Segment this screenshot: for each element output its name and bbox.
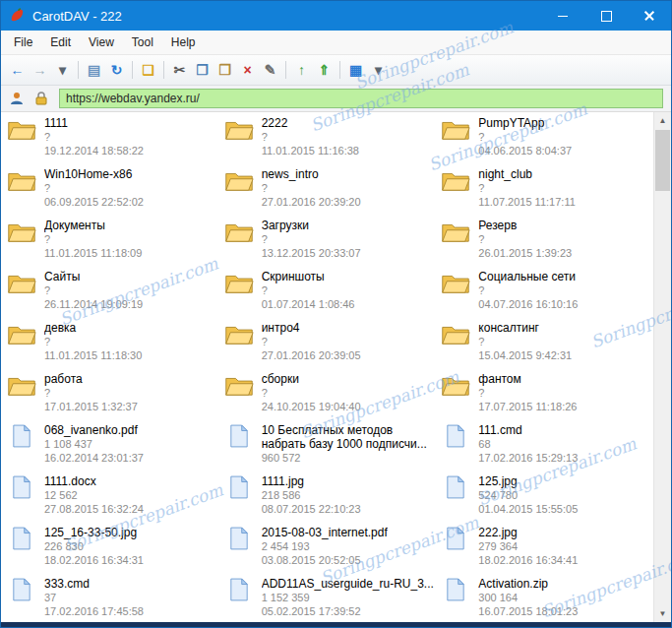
menu-help[interactable]: Help — [162, 31, 205, 53]
folder-item[interactable]: PumpYTApp ? 04.06.2015 8:04:37 — [437, 114, 654, 165]
item-size: ? — [478, 386, 577, 400]
folder-icon — [6, 167, 37, 193]
item-size: ? — [44, 335, 142, 348]
close-button[interactable] — [628, 1, 671, 31]
folder-item[interactable]: девка ? 11.01.2015 11:18:30 — [3, 319, 220, 370]
folder-item[interactable]: интро4 ? 27.01.2016 20:39:05 — [220, 319, 438, 370]
file-icon — [440, 423, 471, 448]
item-date: 01.04.2015 15:55:05 — [478, 502, 578, 516]
cut-button[interactable]: ✂ — [168, 59, 191, 81]
item-date: 11.01.2015 11:16:38 — [262, 144, 359, 157]
file-item[interactable]: 333.cmd 37 17.02.2016 17:45:58 — [3, 575, 220, 622]
item-date: 05.02.2015 17:39:52 — [262, 604, 434, 618]
view-button[interactable]: ▦ — [344, 59, 367, 81]
folder-item[interactable]: консалтинг ? 15.04.2015 9:42:31 — [437, 319, 654, 370]
menu-view[interactable]: View — [80, 31, 123, 53]
close-icon — [643, 10, 655, 22]
minimize-button[interactable] — [541, 1, 584, 31]
folder-item[interactable]: Документы ? 11.01.2015 11:18:09 — [3, 217, 220, 268]
upload-button[interactable]: ↑ — [290, 59, 313, 81]
scrollbar[interactable]: ▲ ▼ — [653, 112, 671, 622]
user-icon — [9, 91, 25, 106]
item-size: ? — [44, 232, 142, 246]
back-button[interactable]: ← — [6, 59, 29, 81]
item-date: 17.01.2015 1:32:37 — [44, 400, 138, 413]
item-date: 06.09.2015 22:52:02 — [44, 195, 144, 209]
item-date: 27.01.2016 20:39:05 — [262, 348, 361, 362]
item-date: 01.07.2014 1:08:46 — [262, 297, 355, 311]
file-item[interactable]: 2015-08-03_internet.pdf 2 454 193 03.08.… — [220, 524, 438, 575]
rename-button[interactable]: ✎ — [259, 59, 281, 81]
maximize-button[interactable] — [584, 1, 628, 31]
folder-icon — [223, 219, 255, 244]
file-item[interactable]: Activation.zip 300 164 16.07.2015 18:01:… — [437, 575, 654, 622]
item-name: 1111.jpg — [262, 474, 361, 488]
folder-item[interactable]: Сайты ? 26.11.2014 19:09:19 — [3, 268, 220, 319]
address-input[interactable] — [59, 89, 663, 108]
lock-icon — [34, 91, 48, 106]
scroll-down-icon[interactable]: ▼ — [654, 605, 671, 622]
titlebar: CarotDAV - 222 — [1, 1, 671, 31]
folder-item[interactable]: 1111 ? 19.12.2014 18:58:22 — [3, 114, 220, 165]
item-size: ? — [44, 283, 143, 297]
window-controls — [541, 1, 671, 31]
folder-item[interactable]: night_club ? 11.07.2015 11:17:11 — [437, 165, 654, 217]
connection-button[interactable] — [6, 88, 28, 109]
toolbar-separator — [339, 61, 340, 79]
folder-item[interactable]: работа ? 17.01.2015 1:32:37 — [3, 370, 220, 421]
item-date: 03.08.2015 20:52:05 — [262, 553, 388, 567]
folder-icon — [6, 116, 37, 142]
minimize-icon — [558, 16, 568, 17]
folder-item[interactable]: news_intro ? 27.01.2016 20:39:20 — [220, 165, 438, 217]
folder-item[interactable]: Резерв ? 26.01.2015 1:39:23 — [437, 217, 654, 268]
menu-file[interactable]: File — [5, 31, 41, 53]
item-size: ? — [262, 181, 361, 195]
folder-item[interactable]: Win10Home-x86 ? 06.09.2015 22:52:02 — [3, 165, 220, 217]
folder-item[interactable]: Загрузки ? 13.12.2015 20:33:07 — [220, 217, 438, 268]
folder-item[interactable]: Социальные сети ? 04.07.2016 16:10:16 — [437, 268, 654, 319]
file-item[interactable]: 125_16-33-50.jpg 226 830 18.02.2016 16:3… — [3, 524, 220, 575]
folder-item[interactable]: сборки ? 24.10.2015 19:04:40 — [220, 370, 438, 421]
item-size: ? — [44, 130, 144, 144]
scroll-up-icon[interactable]: ▲ — [654, 112, 671, 129]
menu-tool[interactable]: Tool — [123, 31, 162, 53]
file-item[interactable]: 111.cmd 68 17.02.2016 15:29:13 — [437, 421, 654, 472]
security-button[interactable] — [31, 88, 52, 109]
properties-button[interactable]: ▤ — [83, 59, 105, 81]
scrollbar-thumb[interactable] — [655, 130, 670, 191]
menu-edit[interactable]: Edit — [41, 31, 80, 53]
item-name: Сайты — [44, 270, 143, 283]
folder-icon — [223, 321, 255, 346]
item-name: ADD11AS_userguide_ru-RU_3... — [262, 577, 434, 591]
folder-item[interactable]: Скриншоты ? 01.07.2014 1:08:46 — [220, 268, 438, 319]
folder-icon — [440, 116, 471, 142]
file-item[interactable]: 1111.docx 12 562 27.08.2015 16:32:24 — [3, 472, 220, 524]
item-size: ? — [478, 181, 575, 195]
folder-icon — [6, 321, 37, 346]
file-item[interactable]: 10 Бесплатных методов набрать базу 1000 … — [220, 421, 438, 472]
download-button[interactable]: ⇑ — [313, 59, 336, 81]
history-dropdown[interactable]: ▾ — [51, 59, 74, 81]
folder-item[interactable]: 2222 ? 11.01.2015 11:16:38 — [220, 114, 438, 165]
file-item[interactable]: 125.jpg 524 780 01.04.2015 15:55:05 — [437, 472, 654, 524]
carotdav-window: CarotDAV - 222 FileEditViewToolHelp ←→▾▤… — [0, 0, 672, 628]
copy-button[interactable]: ❐ — [191, 59, 214, 81]
file-icon — [6, 423, 37, 448]
item-date: 18.02.2016 16:34:31 — [44, 553, 144, 567]
paste-button[interactable]: ❒ — [214, 59, 236, 81]
folder-item[interactable]: фантом ? 17.07.2015 11:18:26 — [437, 370, 654, 421]
item-date: 27.01.2016 20:39:20 — [262, 195, 361, 209]
file-item[interactable]: 1111.jpg 218 586 08.07.2015 22:10:23 — [220, 472, 438, 524]
delete-button[interactable]: × — [236, 59, 259, 81]
item-name: 125.jpg — [478, 474, 578, 488]
folder-icon — [6, 372, 37, 398]
new-folder-button[interactable]: ❏ — [137, 59, 159, 81]
item-size: 68 — [478, 437, 578, 451]
file-item[interactable]: 222.jpg 279 364 18.02.2016 16:34:41 — [437, 524, 654, 575]
view-dropdown[interactable]: ▾ — [367, 59, 390, 81]
file-icon — [440, 526, 471, 550]
file-item[interactable]: 068_ivanenko.pdf 1 108 437 16.02.2014 23… — [3, 421, 220, 472]
file-item[interactable]: ADD11AS_userguide_ru-RU_3... 1 152 359 0… — [220, 575, 438, 622]
forward-button[interactable]: → — [29, 59, 51, 81]
refresh-button[interactable]: ↻ — [105, 59, 128, 81]
